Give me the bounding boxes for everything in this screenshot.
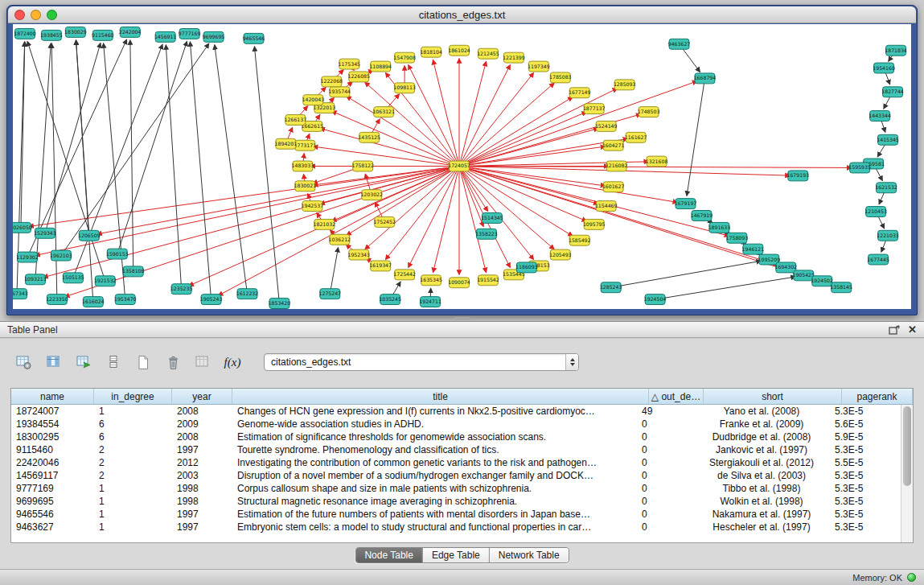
graph-node[interactable]: 1871834 xyxy=(885,45,907,56)
graph-node[interactable]: 1505135 xyxy=(62,273,84,283)
graph-node[interactable]: 1877137 xyxy=(583,104,606,114)
graph-node[interactable]: 1321608 xyxy=(646,156,668,167)
graph-edge[interactable] xyxy=(73,44,162,278)
graph-node[interactable]: 1935744 xyxy=(329,87,351,97)
column-header-name[interactable]: name xyxy=(11,389,94,404)
graph-node[interactable]: 1953470 xyxy=(114,295,137,305)
graph-node[interactable]: 1595935 xyxy=(848,163,871,173)
graph-node[interactable]: 1129302 xyxy=(16,252,39,262)
graph-node[interactable]: 1872400 xyxy=(14,28,36,39)
graph-edge[interactable] xyxy=(655,277,796,299)
table-row[interactable]: 911546021997Tourette syndrome. Phenomeno… xyxy=(11,443,901,456)
graph-edge[interactable] xyxy=(104,43,125,299)
table-scrollbar[interactable] xyxy=(901,405,913,542)
table-row[interactable]: 1830029562008Estimation of significance … xyxy=(11,431,901,443)
graph-node[interactable]: 1358108 xyxy=(122,266,145,277)
graph-node[interactable]: 1203022 xyxy=(360,190,383,200)
graph-node[interactable]: 1098113 xyxy=(393,83,416,93)
column-header-year[interactable]: year xyxy=(172,389,232,404)
graph-node[interactable]: 1285243 xyxy=(600,282,622,293)
graph-edge[interactable] xyxy=(97,167,459,234)
graph-node[interactable]: 1635345 xyxy=(420,275,442,286)
table-rows-button[interactable] xyxy=(102,352,125,373)
graph-node[interactable]: 1090074 xyxy=(448,278,470,288)
graph-node[interactable]: 1725442 xyxy=(393,270,416,280)
graph-node[interactable]: 1221399 xyxy=(503,52,525,63)
graph-node[interactable]: 1785083 xyxy=(549,72,572,83)
merge-table-button[interactable] xyxy=(191,352,214,373)
graph-node[interactable]: 1758122 xyxy=(351,161,374,171)
graph-node[interactable]: 1942537 xyxy=(302,201,324,212)
float-panel-button[interactable] xyxy=(889,325,900,335)
graph-edge[interactable] xyxy=(190,42,211,299)
graph-node[interactable]: 1514345 xyxy=(481,213,503,224)
graph-edge[interactable] xyxy=(385,167,459,260)
graph-edge[interactable] xyxy=(433,167,459,273)
graph-node[interactable]: 1154469 xyxy=(595,201,618,212)
graph-edge[interactable] xyxy=(29,167,459,227)
import-table-button[interactable] xyxy=(72,352,95,373)
graph-node[interactable]: 1529343 xyxy=(34,228,56,238)
graph-node[interactable]: 1724057 xyxy=(448,161,470,171)
graph-node[interactable]: 1773171 xyxy=(294,140,317,150)
tab-edge-table[interactable]: Edge Table xyxy=(423,548,490,562)
graph-node[interactable]: 1358145 xyxy=(830,282,852,293)
graph-edge[interactable] xyxy=(27,39,127,257)
graph-node[interactable]: 1547908 xyxy=(393,52,416,63)
graph-node[interactable]: 1938455 xyxy=(40,30,63,40)
graph-node[interactable]: 9465546 xyxy=(243,33,265,43)
graph-node[interactable]: 1924504 xyxy=(644,295,667,305)
column-header-short[interactable]: short xyxy=(704,389,842,404)
graph-node[interactable]: 1216082 xyxy=(606,161,628,171)
graph-node[interactable]: 1891633 xyxy=(708,222,731,233)
graph-node[interactable]: 1601627 xyxy=(602,182,625,192)
graph-node[interactable]: 1226085 xyxy=(347,72,370,82)
graph-edge[interactable] xyxy=(330,247,338,294)
graph-node[interactable]: 1830029 xyxy=(64,27,87,37)
graph-node[interactable]: 1952343 xyxy=(347,249,370,260)
graph-node[interactable]: 1095795 xyxy=(583,219,606,229)
graph-edge[interactable] xyxy=(459,72,534,166)
table-source-select[interactable]: citations_edges.txt xyxy=(264,353,579,371)
graph-edge[interactable] xyxy=(459,83,554,167)
graph-node[interactable]: 1443344 xyxy=(869,111,891,122)
graph-node[interactable]: 1223350 xyxy=(46,295,68,305)
graph-node[interactable]: 1821032 xyxy=(314,219,336,229)
graph-node[interactable]: 1748503 xyxy=(638,107,660,117)
table-row[interactable]: 1456911722003Disruption of a novel membe… xyxy=(11,469,901,482)
graph-edge[interactable] xyxy=(215,45,248,294)
graph-node[interactable]: 1358223 xyxy=(475,229,498,239)
column-header-out_degree[interactable]: △ out_de… xyxy=(649,389,704,404)
graph-node[interactable]: 1679193 xyxy=(786,171,809,181)
graph-node[interactable]: 1604271 xyxy=(602,140,625,150)
zoom-button[interactable] xyxy=(47,10,57,20)
graph-node[interactable]: 1921532 xyxy=(94,276,117,286)
graph-node[interactable]: 1035245 xyxy=(379,295,401,305)
graph-node[interactable]: 1677445 xyxy=(867,254,889,265)
graph-node[interactable]: 2026050 xyxy=(13,222,32,233)
graph-node[interactable]: 1186093 xyxy=(515,262,538,273)
graph-node[interactable]: 1758093 xyxy=(726,233,749,243)
table-row[interactable]: 2242004622012Investigating the contribut… xyxy=(11,456,901,469)
graph-node[interactable]: 9777169 xyxy=(179,28,201,39)
column-header-in_degree[interactable]: in_degree xyxy=(94,389,172,404)
graph-node[interactable]: 1221033 xyxy=(877,230,899,241)
table-row[interactable]: 1872400712008Changes of HCN gene express… xyxy=(11,405,901,418)
graph-node[interactable]: 1415345 xyxy=(877,134,899,145)
graph-node[interactable]: 1752452 xyxy=(373,216,396,227)
graph-node[interactable]: 1827744 xyxy=(881,87,904,97)
graph-edge[interactable] xyxy=(459,61,486,166)
column-visibility-button[interactable] xyxy=(43,352,65,373)
graph-node[interactable]: 9115460 xyxy=(92,30,114,40)
window-titlebar[interactable]: citations_edges.txt xyxy=(8,6,916,23)
graph-node[interactable]: 1621532 xyxy=(875,183,897,193)
close-panel-button[interactable]: ✕ xyxy=(908,324,917,335)
graph-node[interactable]: 1108894 xyxy=(369,61,392,72)
table-settings-button[interactable] xyxy=(13,352,35,373)
graph-node[interactable]: 1861024 xyxy=(448,45,470,56)
graph-node[interactable]: 1524149 xyxy=(595,121,618,131)
table-row[interactable]: 946554611997Estimation of the future num… xyxy=(11,508,901,521)
network-window[interactable]: citations_edges.txt 17240571861024121245… xyxy=(6,5,918,315)
graph-node[interactable]: 1677149 xyxy=(569,88,591,98)
graph-node[interactable]: 1585492 xyxy=(569,235,591,245)
